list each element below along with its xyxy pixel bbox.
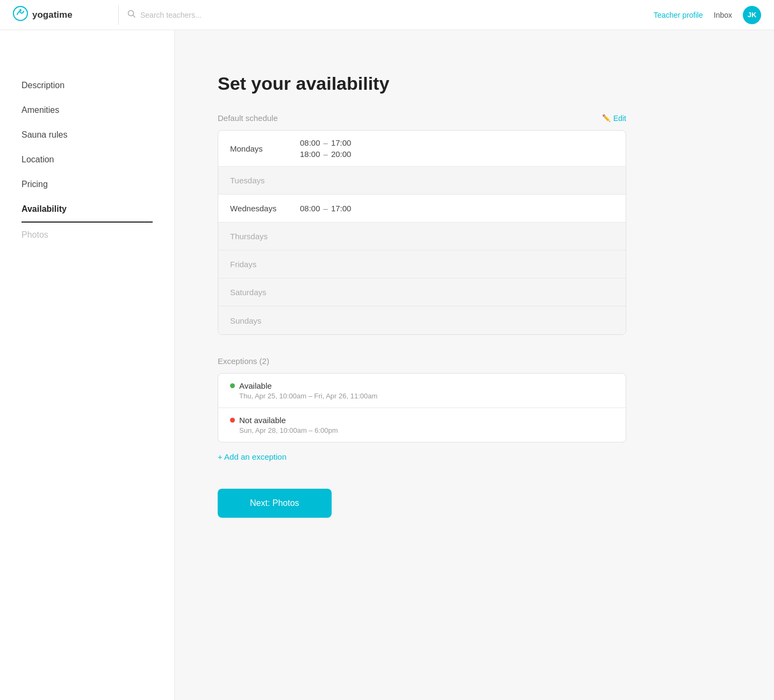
- main-content: Set your availability Default schedule ✏…: [175, 30, 658, 700]
- exception-row-available: Available Thu, Apr 25, 10:00am – Fri, Ap…: [218, 374, 626, 408]
- day-tuesday: Tuesdays: [230, 176, 300, 185]
- logo-area: yogatime: [13, 6, 110, 24]
- sidebar-item-pricing[interactable]: Pricing: [22, 172, 153, 197]
- page-layout: Description Amenities Sauna rules Locati…: [0, 30, 774, 700]
- not-available-dot: [230, 418, 235, 423]
- teacher-profile-link[interactable]: Teacher profile: [654, 11, 703, 19]
- day-thursday: Thursdays: [230, 232, 300, 241]
- exceptions-list: Available Thu, Apr 25, 10:00am – Fri, Ap…: [218, 373, 626, 442]
- edit-schedule-button[interactable]: ✏️ Edit: [602, 114, 626, 123]
- start-time: 08:00: [300, 138, 320, 147]
- time-slot-1: 18:00 – 20:00: [300, 149, 351, 159]
- inbox-link[interactable]: Inbox: [714, 11, 732, 19]
- next-photos-button[interactable]: Next: Photos: [218, 489, 332, 518]
- schedule-row-monday: Mondays 08:00 – 17:00 18:00 – 20:00: [218, 131, 626, 167]
- schedule-row-friday: Fridays: [218, 251, 626, 278]
- schedule-row-sunday: Sundays: [218, 306, 626, 334]
- day-wednesday: Wednesdays: [230, 204, 300, 213]
- end-time: 17:00: [331, 138, 352, 147]
- schedule-table: Mondays 08:00 – 17:00 18:00 – 20:00 T: [218, 130, 626, 335]
- sidebar-item-location[interactable]: Location: [22, 147, 153, 172]
- day-friday: Fridays: [230, 260, 300, 269]
- search-input[interactable]: [140, 11, 259, 19]
- not-available-time-range: Sun, Apr 28, 10:00am – 6:00pm: [239, 426, 614, 434]
- schedule-row-wednesday: Wednesdays 08:00 – 17:00: [218, 195, 626, 223]
- exception-row-not-available: Not available Sun, Apr 28, 10:00am – 6:0…: [218, 408, 626, 442]
- sidebar-item-photos: Photos: [22, 223, 153, 247]
- day-monday: Mondays: [230, 144, 300, 153]
- add-exception-button[interactable]: + Add an exception: [218, 452, 286, 461]
- start-time: 08:00: [300, 204, 320, 213]
- time-slot-0: 08:00 – 17:00: [300, 138, 351, 147]
- pencil-icon: ✏️: [602, 114, 611, 122]
- sidebar: Description Amenities Sauna rules Locati…: [0, 30, 175, 700]
- exceptions-label: Exceptions (2): [218, 356, 626, 366]
- schedule-row-thursday: Thursdays: [218, 223, 626, 251]
- search-icon: [127, 10, 136, 20]
- logo-text: yogatime: [32, 10, 73, 20]
- sidebar-item-amenities[interactable]: Amenities: [22, 98, 153, 123]
- available-dot: [230, 383, 235, 388]
- day-saturday: Saturdays: [230, 288, 300, 297]
- time-slots-monday: 08:00 – 17:00 18:00 – 20:00: [300, 138, 351, 159]
- exception-status-not-available: Not available: [230, 416, 614, 425]
- exception-status-available: Available: [230, 381, 614, 390]
- time-slots-wednesday: 08:00 – 17:00: [300, 204, 351, 213]
- end-time: 17:00: [331, 204, 352, 213]
- sidebar-nav: Description Amenities Sauna rules Locati…: [22, 73, 153, 247]
- schedule-row-saturday: Saturdays: [218, 278, 626, 306]
- available-label: Available: [239, 381, 272, 390]
- schedule-row-tuesday: Tuesdays: [218, 167, 626, 195]
- default-schedule-label: Default schedule: [218, 113, 278, 123]
- avatar[interactable]: JK: [743, 6, 761, 24]
- svg-point-1: [19, 9, 22, 11]
- time-slot-wed: 08:00 – 17:00: [300, 204, 351, 213]
- end-time: 20:00: [331, 149, 352, 159]
- header-nav: Teacher profile Inbox JK: [654, 6, 761, 24]
- dash: –: [324, 204, 328, 213]
- header-divider: [118, 5, 119, 25]
- edit-label: Edit: [613, 114, 626, 123]
- sidebar-item-availability[interactable]: Availability: [22, 197, 153, 223]
- day-sunday: Sundays: [230, 316, 300, 325]
- available-time-range: Thu, Apr 25, 10:00am – Fri, Apr 26, 11:0…: [239, 392, 614, 400]
- sidebar-item-sauna-rules[interactable]: Sauna rules: [22, 123, 153, 147]
- logo-icon: [13, 6, 28, 24]
- exceptions-section: Exceptions (2) Available Thu, Apr 25, 10…: [218, 356, 626, 462]
- sidebar-item-description[interactable]: Description: [22, 73, 153, 98]
- dash: –: [324, 149, 328, 159]
- page-title: Set your availability: [218, 73, 626, 94]
- default-schedule-header: Default schedule ✏️ Edit: [218, 113, 626, 123]
- svg-line-3: [133, 15, 135, 17]
- header: yogatime Teacher profile Inbox JK: [0, 0, 774, 30]
- dash: –: [324, 138, 328, 147]
- start-time: 18:00: [300, 149, 320, 159]
- not-available-label: Not available: [239, 416, 286, 425]
- search-area: [127, 10, 342, 20]
- svg-point-0: [13, 6, 27, 20]
